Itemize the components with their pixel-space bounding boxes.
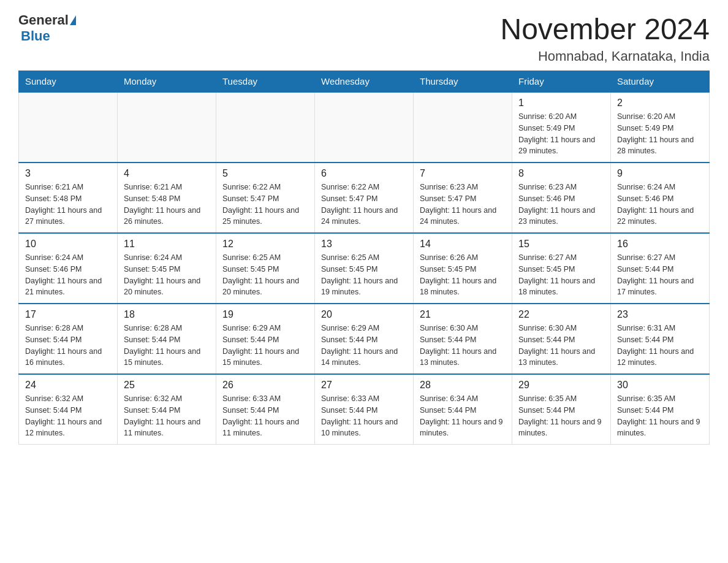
calendar-day-cell: [118, 92, 216, 163]
day-info: Sunrise: 6:27 AM Sunset: 5:45 PM Dayligh…: [518, 252, 604, 298]
day-info: Sunrise: 6:28 AM Sunset: 5:44 PM Dayligh…: [25, 323, 111, 369]
logo: General Blue: [18, 12, 76, 44]
day-info: Sunrise: 6:25 AM Sunset: 5:45 PM Dayligh…: [222, 252, 308, 298]
calendar-day-cell: 18Sunrise: 6:28 AM Sunset: 5:44 PM Dayli…: [118, 304, 216, 374]
calendar-day-cell: 8Sunrise: 6:23 AM Sunset: 5:46 PM Daylig…: [512, 163, 611, 233]
logo-triangle-icon: [70, 15, 76, 25]
calendar-day-cell: 25Sunrise: 6:32 AM Sunset: 5:44 PM Dayli…: [118, 374, 216, 445]
weekday-header-sunday: Sunday: [19, 71, 118, 93]
day-number: 18: [124, 309, 210, 320]
calendar-day-cell: 5Sunrise: 6:22 AM Sunset: 5:47 PM Daylig…: [216, 163, 315, 233]
calendar-day-cell: 10Sunrise: 6:24 AM Sunset: 5:46 PM Dayli…: [19, 233, 118, 304]
calendar-week-row: 17Sunrise: 6:28 AM Sunset: 5:44 PM Dayli…: [19, 304, 710, 374]
day-info: Sunrise: 6:23 AM Sunset: 5:46 PM Dayligh…: [518, 182, 604, 228]
day-number: 13: [321, 239, 407, 250]
day-number: 11: [124, 239, 210, 250]
day-number: 25: [124, 380, 210, 391]
calendar-day-cell: 13Sunrise: 6:25 AM Sunset: 5:45 PM Dayli…: [315, 233, 414, 304]
day-number: 14: [420, 239, 506, 250]
day-info: Sunrise: 6:33 AM Sunset: 5:44 PM Dayligh…: [222, 393, 308, 439]
calendar-day-cell: [19, 92, 118, 163]
calendar-table: SundayMondayTuesdayWednesdayThursdayFrid…: [18, 71, 710, 445]
day-info: Sunrise: 6:22 AM Sunset: 5:47 PM Dayligh…: [321, 182, 407, 228]
calendar-day-cell: 19Sunrise: 6:29 AM Sunset: 5:44 PM Dayli…: [216, 304, 315, 374]
day-number: 5: [222, 168, 308, 179]
calendar-body: 1Sunrise: 6:20 AM Sunset: 5:49 PM Daylig…: [19, 92, 710, 445]
day-number: 8: [518, 168, 604, 179]
day-number: 17: [25, 309, 111, 320]
day-info: Sunrise: 6:20 AM Sunset: 5:49 PM Dayligh…: [518, 111, 604, 157]
calendar-day-cell: 9Sunrise: 6:24 AM Sunset: 5:46 PM Daylig…: [611, 163, 710, 233]
day-number: 24: [25, 380, 111, 391]
day-info: Sunrise: 6:28 AM Sunset: 5:44 PM Dayligh…: [124, 323, 210, 369]
calendar-week-row: 10Sunrise: 6:24 AM Sunset: 5:46 PM Dayli…: [19, 233, 710, 304]
day-number: 12: [222, 239, 308, 250]
day-number: 16: [617, 239, 703, 250]
calendar-day-cell: 30Sunrise: 6:35 AM Sunset: 5:44 PM Dayli…: [611, 374, 710, 445]
day-info: Sunrise: 6:24 AM Sunset: 5:46 PM Dayligh…: [617, 182, 703, 228]
day-info: Sunrise: 6:29 AM Sunset: 5:44 PM Dayligh…: [321, 323, 407, 369]
weekday-header-friday: Friday: [512, 71, 611, 93]
day-info: Sunrise: 6:30 AM Sunset: 5:44 PM Dayligh…: [420, 323, 506, 369]
calendar-day-cell: 21Sunrise: 6:30 AM Sunset: 5:44 PM Dayli…: [414, 304, 512, 374]
day-number: 6: [321, 168, 407, 179]
calendar-day-cell: 27Sunrise: 6:33 AM Sunset: 5:44 PM Dayli…: [315, 374, 414, 445]
calendar-day-cell: 7Sunrise: 6:23 AM Sunset: 5:47 PM Daylig…: [414, 163, 512, 233]
day-info: Sunrise: 6:34 AM Sunset: 5:44 PM Dayligh…: [420, 393, 506, 439]
day-number: 26: [222, 380, 308, 391]
month-year-title: November 2024: [500, 12, 710, 46]
calendar-day-cell: 4Sunrise: 6:21 AM Sunset: 5:48 PM Daylig…: [118, 163, 216, 233]
day-number: 29: [518, 380, 604, 391]
calendar-day-cell: 16Sunrise: 6:27 AM Sunset: 5:44 PM Dayli…: [611, 233, 710, 304]
day-number: 23: [617, 309, 703, 320]
day-info: Sunrise: 6:24 AM Sunset: 5:45 PM Dayligh…: [124, 252, 210, 298]
day-info: Sunrise: 6:31 AM Sunset: 5:44 PM Dayligh…: [617, 323, 703, 369]
calendar-day-cell: 6Sunrise: 6:22 AM Sunset: 5:47 PM Daylig…: [315, 163, 414, 233]
calendar-day-cell: 29Sunrise: 6:35 AM Sunset: 5:44 PM Dayli…: [512, 374, 611, 445]
day-info: Sunrise: 6:24 AM Sunset: 5:46 PM Dayligh…: [25, 252, 111, 298]
calendar-day-cell: 22Sunrise: 6:30 AM Sunset: 5:44 PM Dayli…: [512, 304, 611, 374]
calendar-day-cell: [315, 92, 414, 163]
page-header: General Blue November 2024 Homnabad, Kar…: [18, 12, 710, 64]
day-info: Sunrise: 6:25 AM Sunset: 5:45 PM Dayligh…: [321, 252, 407, 298]
calendar-day-cell: 20Sunrise: 6:29 AM Sunset: 5:44 PM Dayli…: [315, 304, 414, 374]
day-info: Sunrise: 6:30 AM Sunset: 5:44 PM Dayligh…: [518, 323, 604, 369]
day-info: Sunrise: 6:33 AM Sunset: 5:44 PM Dayligh…: [321, 393, 407, 439]
calendar-day-cell: 17Sunrise: 6:28 AM Sunset: 5:44 PM Dayli…: [19, 304, 118, 374]
calendar-day-cell: 12Sunrise: 6:25 AM Sunset: 5:45 PM Dayli…: [216, 233, 315, 304]
day-info: Sunrise: 6:35 AM Sunset: 5:44 PM Dayligh…: [617, 393, 703, 439]
calendar-day-cell: 24Sunrise: 6:32 AM Sunset: 5:44 PM Dayli…: [19, 374, 118, 445]
calendar-day-cell: 23Sunrise: 6:31 AM Sunset: 5:44 PM Dayli…: [611, 304, 710, 374]
day-info: Sunrise: 6:32 AM Sunset: 5:44 PM Dayligh…: [124, 393, 210, 439]
calendar-day-cell: 2Sunrise: 6:20 AM Sunset: 5:49 PM Daylig…: [611, 92, 710, 163]
day-number: 19: [222, 309, 308, 320]
calendar-day-cell: 15Sunrise: 6:27 AM Sunset: 5:45 PM Dayli…: [512, 233, 611, 304]
logo-general: General: [18, 12, 69, 28]
day-info: Sunrise: 6:27 AM Sunset: 5:44 PM Dayligh…: [617, 252, 703, 298]
day-number: 10: [25, 239, 111, 250]
day-number: 20: [321, 309, 407, 320]
day-info: Sunrise: 6:20 AM Sunset: 5:49 PM Dayligh…: [617, 111, 703, 157]
weekday-header-saturday: Saturday: [611, 71, 710, 93]
day-info: Sunrise: 6:35 AM Sunset: 5:44 PM Dayligh…: [518, 393, 604, 439]
weekday-header-thursday: Thursday: [414, 71, 512, 93]
calendar-day-cell: 3Sunrise: 6:21 AM Sunset: 5:48 PM Daylig…: [19, 163, 118, 233]
calendar-day-cell: [216, 92, 315, 163]
day-number: 3: [25, 168, 111, 179]
day-number: 7: [420, 168, 506, 179]
calendar-day-cell: 11Sunrise: 6:24 AM Sunset: 5:45 PM Dayli…: [118, 233, 216, 304]
day-number: 1: [518, 98, 604, 109]
day-number: 9: [617, 168, 703, 179]
calendar-day-cell: 14Sunrise: 6:26 AM Sunset: 5:45 PM Dayli…: [414, 233, 512, 304]
weekday-header-monday: Monday: [118, 71, 216, 93]
day-number: 4: [124, 168, 210, 179]
day-number: 22: [518, 309, 604, 320]
weekday-header-wednesday: Wednesday: [315, 71, 414, 93]
calendar-week-row: 3Sunrise: 6:21 AM Sunset: 5:48 PM Daylig…: [19, 163, 710, 233]
calendar-day-cell: 28Sunrise: 6:34 AM Sunset: 5:44 PM Dayli…: [414, 374, 512, 445]
calendar-day-cell: 1Sunrise: 6:20 AM Sunset: 5:49 PM Daylig…: [512, 92, 611, 163]
location-subtitle: Homnabad, Karnataka, India: [500, 48, 710, 64]
calendar-day-cell: [414, 92, 512, 163]
calendar-header: SundayMondayTuesdayWednesdayThursdayFrid…: [19, 71, 710, 93]
day-number: 21: [420, 309, 506, 320]
